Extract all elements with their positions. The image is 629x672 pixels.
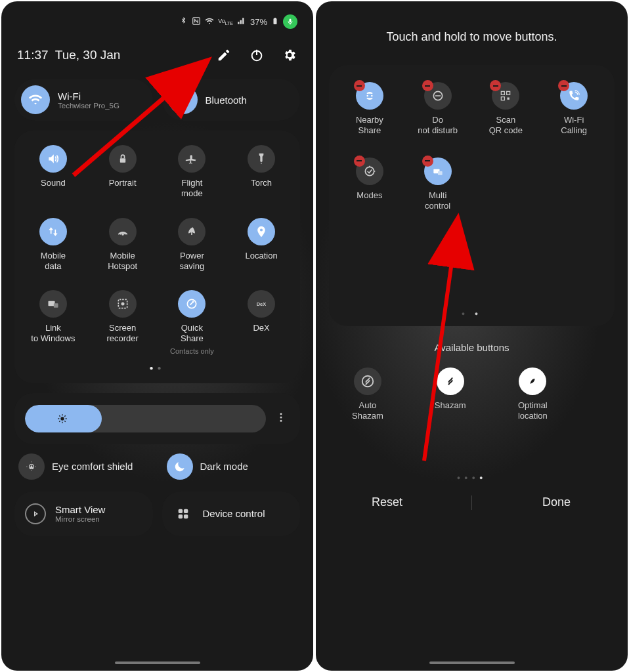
- svg-text:A: A: [30, 465, 33, 469]
- qs-tile-sound[interactable]: Sound: [18, 145, 88, 200]
- qs-tile-torch[interactable]: Torch: [227, 145, 296, 200]
- remove-badge[interactable]: [354, 156, 365, 167]
- svg-marker-33: [35, 512, 37, 515]
- wifi-status-icon: [205, 16, 214, 28]
- qs-tile-screen-recorder[interactable]: Screenrecorder: [88, 290, 158, 355]
- svg-rect-2: [274, 18, 276, 18]
- tile-sublabel: Contacts only: [170, 347, 214, 355]
- leaf-icon: [178, 218, 206, 245]
- rec-icon: [109, 290, 137, 318]
- edit-page-indicator: ● ●: [329, 310, 615, 317]
- svg-point-7: [261, 163, 262, 164]
- power-button[interactable]: [249, 47, 265, 63]
- nav-handle[interactable]: [429, 662, 515, 664]
- pin-icon: [248, 218, 275, 245]
- tile-label: Wi-FiCalling: [561, 115, 587, 136]
- brightness-more-button[interactable]: [272, 411, 290, 426]
- wifi-icon: [21, 85, 50, 114]
- edit-tile-scan-qr-code[interactable]: ScanQR code: [472, 82, 540, 136]
- svg-line-23: [64, 415, 65, 416]
- arrows-icon: [39, 218, 67, 245]
- edit-tile-multi-control[interactable]: Multicontrol: [404, 158, 472, 212]
- date-label: Tue, 30 Jan: [55, 48, 121, 62]
- qs-tile-location[interactable]: Location: [227, 218, 296, 272]
- qs-tile-portrait[interactable]: Portrait: [88, 145, 158, 200]
- qs-tile-link-to-windows[interactable]: Linkto Windows: [18, 290, 88, 355]
- svg-rect-6: [119, 158, 125, 163]
- remove-badge[interactable]: [354, 80, 365, 91]
- qs-tile-mobile-data[interactable]: Mobiledata: [18, 218, 88, 272]
- smart-view-sub: Mirror screen: [55, 515, 105, 523]
- svg-point-24: [280, 413, 282, 415]
- brightness-icon: [56, 413, 68, 425]
- svg-rect-50: [438, 171, 443, 175]
- smart-view-title: Smart View: [55, 504, 105, 515]
- time-label: 11:37: [17, 48, 49, 62]
- bluetooth-title: Bluetooth: [206, 94, 247, 106]
- tile-label: Mobiledata: [41, 251, 66, 272]
- edit-tile-nearby-share[interactable]: NearbyShare: [336, 82, 404, 136]
- bluetooth-status-icon: [179, 16, 188, 27]
- remove-badge[interactable]: [422, 156, 433, 167]
- svg-point-52: [444, 375, 456, 387]
- active-tiles-panel: NearbyShareDonot disturbScanQR codeWi-Fi…: [329, 65, 615, 326]
- svg-line-22: [59, 421, 60, 421]
- battery-status-icon: [271, 16, 279, 28]
- svg-rect-35: [183, 509, 187, 513]
- svg-rect-36: [178, 514, 182, 518]
- qs-tile-mobile-hotspot[interactable]: MobileHotspot: [88, 218, 158, 272]
- device-control-tile[interactable]: Device control: [162, 492, 301, 536]
- edit-tile-modes[interactable]: Modes: [336, 158, 404, 212]
- tile-label: Linkto Windows: [31, 323, 75, 345]
- svg-text:DeX: DeX: [257, 301, 267, 307]
- available-tile-auto-shazam[interactable]: AutoShazam: [333, 368, 402, 422]
- available-tile-shazam[interactable]: Shazam: [416, 368, 485, 422]
- smart-view-icon: [25, 503, 46, 524]
- shazam-icon: [437, 368, 464, 395]
- settings-button[interactable]: [282, 47, 297, 63]
- nav-handle[interactable]: [115, 662, 200, 664]
- tile-label: Portrait: [109, 178, 137, 188]
- wifi-title: Wi-Fi: [58, 91, 119, 102]
- bluetooth-icon: [169, 85, 198, 114]
- reset-button[interactable]: Reset: [329, 495, 445, 509]
- svg-point-12: [121, 303, 124, 306]
- qs-tile-flight-mode[interactable]: Flightmode: [158, 145, 227, 200]
- svg-line-21: [64, 421, 65, 421]
- nfc-status-icon: [192, 16, 201, 28]
- tile-label: Location: [246, 251, 278, 261]
- brightness-slider[interactable]: [25, 405, 266, 432]
- wifi-ssid: Techwiser Pro_5G: [58, 102, 119, 110]
- tile-label: NearbyShare: [356, 115, 383, 136]
- tile-label: Shazam: [435, 400, 466, 411]
- qs-tile-quick-share[interactable]: QuickShareContacts only: [158, 290, 227, 355]
- dark-mode-tile[interactable]: Dark mode: [167, 453, 297, 480]
- svg-rect-37: [183, 514, 187, 518]
- battery-percent: 37%: [250, 17, 267, 27]
- svg-point-26: [280, 419, 282, 421]
- tile-label: Modes: [357, 190, 382, 201]
- brightness-panel: [14, 393, 300, 444]
- svg-point-48: [365, 167, 374, 175]
- qs-tile-power-saving[interactable]: Powersaving: [158, 218, 227, 272]
- svg-rect-34: [178, 509, 182, 513]
- button-divider: [471, 495, 472, 510]
- available-page-indicator: ●●●●: [329, 474, 615, 481]
- edit-tile-do-not-disturb[interactable]: Donot disturb: [404, 82, 472, 136]
- smart-view-tile[interactable]: Smart View Mirror screen: [14, 492, 153, 536]
- remove-badge[interactable]: [422, 80, 433, 91]
- done-button[interactable]: Done: [498, 495, 615, 509]
- edit-button[interactable]: [216, 47, 232, 63]
- opt-icon: [519, 368, 546, 395]
- available-tile-optimal-location[interactable]: Optimallocation: [498, 368, 568, 422]
- remove-badge[interactable]: [558, 80, 569, 91]
- edit-tile-wi-fi-calling[interactable]: Wi-FiCalling: [540, 82, 608, 136]
- bluetooth-tile[interactable]: Bluetooth: [162, 79, 301, 121]
- page-indicator: ●●: [18, 364, 296, 371]
- wifi-tile[interactable]: Wi-Fi Techwiser Pro_5G: [14, 79, 153, 121]
- qs-tile-dex[interactable]: DeXDeX: [227, 290, 296, 355]
- svg-rect-10: [54, 303, 58, 308]
- tile-label: Optimallocation: [518, 400, 548, 422]
- dark-label: Dark mode: [200, 461, 248, 472]
- eye-comfort-tile[interactable]: A Eye comfort shield: [18, 453, 148, 480]
